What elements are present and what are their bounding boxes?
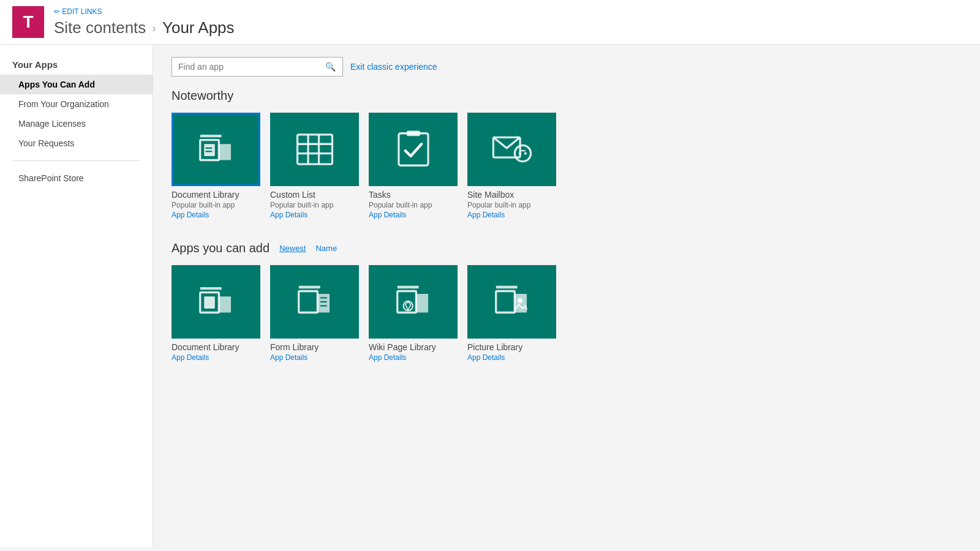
app-tile[interactable] bbox=[270, 265, 359, 339]
app-subtitle: Popular built-in app bbox=[172, 201, 260, 209]
breadcrumb-current: Your Apps bbox=[162, 18, 235, 37]
app-details-link[interactable]: App Details bbox=[172, 211, 260, 219]
noteworthy-app-card[interactable]: Custom List Popular built-in app App Det… bbox=[270, 113, 359, 219]
app-tile[interactable] bbox=[172, 113, 260, 186]
app-name: Tasks bbox=[369, 190, 458, 200]
sidebar-item-from-your-org[interactable]: From Your Organization bbox=[0, 94, 153, 114]
app-name: Site Mailbox bbox=[467, 190, 556, 200]
svg-rect-34 bbox=[514, 294, 527, 313]
app-card[interactable]: Wiki Page Library App Details bbox=[369, 265, 458, 362]
main-content: 🔍 Exit classic experience Noteworthy Doc… bbox=[153, 45, 980, 547]
breadcrumb: Site contents › Your Apps bbox=[54, 18, 235, 37]
svg-rect-23 bbox=[298, 291, 317, 313]
search-bar: 🔍 Exit classic experience bbox=[172, 57, 962, 77]
svg-point-16 bbox=[518, 152, 521, 154]
svg-rect-20 bbox=[204, 296, 215, 309]
search-input[interactable] bbox=[172, 58, 319, 76]
svg-rect-18 bbox=[200, 287, 221, 290]
app-card[interactable]: Document Library App Details bbox=[172, 265, 260, 362]
svg-rect-6 bbox=[297, 135, 332, 164]
app-tile[interactable] bbox=[172, 265, 260, 339]
svg-rect-0 bbox=[200, 135, 221, 137]
search-button[interactable]: 🔍 bbox=[319, 58, 342, 76]
breadcrumb-separator: › bbox=[152, 21, 156, 35]
svg-rect-30 bbox=[416, 294, 428, 313]
svg-rect-32 bbox=[496, 286, 517, 288]
svg-point-35 bbox=[517, 298, 522, 303]
app-subtitle: Popular built-in app bbox=[369, 201, 458, 209]
app-tile[interactable] bbox=[369, 113, 458, 186]
noteworthy-grid: Document Library Popular built-in app Ap… bbox=[172, 113, 962, 219]
app-card[interactable]: Form Library App Details bbox=[270, 265, 359, 362]
exit-classic-link[interactable]: Exit classic experience bbox=[350, 62, 437, 72]
sort-newest[interactable]: Newest bbox=[279, 244, 306, 253]
apps-you-can-add-header: Apps you can add Newest Name bbox=[172, 241, 962, 255]
noteworthy-app-card[interactable]: Document Library Popular built-in app Ap… bbox=[172, 113, 260, 219]
app-tile[interactable] bbox=[467, 265, 556, 339]
sidebar-item-sharepoint-store[interactable]: SharePoint Store bbox=[0, 168, 153, 188]
app-tile[interactable] bbox=[270, 113, 359, 186]
breadcrumb-parent[interactable]: Site contents bbox=[54, 18, 146, 37]
layout: Your Apps Apps You Can Add From Your Org… bbox=[0, 45, 980, 547]
apps-you-can-add-grid: Document Library App Details Form Librar… bbox=[172, 265, 962, 362]
svg-point-14 bbox=[514, 145, 530, 161]
sidebar-divider bbox=[12, 160, 140, 161]
svg-rect-33 bbox=[496, 291, 514, 313]
app-tile[interactable] bbox=[369, 265, 458, 339]
app-name: Picture Library bbox=[467, 342, 556, 352]
app-details-link[interactable]: App Details bbox=[467, 353, 556, 362]
svg-rect-22 bbox=[298, 286, 320, 288]
noteworthy-app-card[interactable]: Site Mailbox Popular built-in app App De… bbox=[467, 113, 556, 219]
app-name: Document Library bbox=[172, 342, 260, 352]
sidebar-item-your-apps[interactable]: Your Apps bbox=[0, 54, 153, 75]
sidebar: Your Apps Apps You Can Add From Your Org… bbox=[0, 45, 153, 547]
app-details-link[interactable]: App Details bbox=[467, 211, 556, 219]
app-subtitle: Popular built-in app bbox=[467, 201, 556, 209]
app-name: Document Library bbox=[172, 190, 260, 200]
svg-rect-21 bbox=[219, 296, 231, 312]
app-subtitle: Popular built-in app bbox=[270, 201, 359, 209]
app-name: Form Library bbox=[270, 342, 359, 352]
app-details-link[interactable]: App Details bbox=[369, 353, 458, 362]
svg-rect-3 bbox=[219, 144, 231, 160]
sort-name[interactable]: Name bbox=[315, 244, 337, 253]
noteworthy-section-title: Noteworthy bbox=[172, 89, 962, 103]
sidebar-item-apps-you-can-add[interactable]: Apps You Can Add bbox=[0, 75, 153, 94]
svg-rect-2 bbox=[204, 144, 215, 156]
search-input-wrap: 🔍 bbox=[172, 57, 343, 77]
header-top: ✏ EDIT LINKS Site contents › Your Apps bbox=[54, 7, 235, 37]
app-icon: T bbox=[12, 6, 44, 38]
edit-links[interactable]: ✏ EDIT LINKS bbox=[54, 7, 235, 16]
app-name: Wiki Page Library bbox=[369, 342, 458, 352]
svg-rect-28 bbox=[397, 286, 418, 288]
svg-point-17 bbox=[524, 152, 526, 154]
app-details-link[interactable]: App Details bbox=[270, 211, 359, 219]
apps-you-can-add-title: Apps you can add bbox=[172, 241, 270, 255]
sidebar-item-your-requests[interactable]: Your Requests bbox=[0, 133, 153, 153]
svg-rect-11 bbox=[398, 133, 428, 166]
app-name: Custom List bbox=[270, 190, 359, 200]
app-details-link[interactable]: App Details bbox=[172, 353, 260, 362]
svg-rect-24 bbox=[317, 294, 330, 313]
app-tile[interactable] bbox=[467, 113, 556, 186]
top-bar: T ✏ EDIT LINKS Site contents › Your Apps bbox=[0, 0, 980, 45]
sidebar-item-manage-licenses[interactable]: Manage Licenses bbox=[0, 114, 153, 133]
svg-rect-12 bbox=[407, 130, 420, 136]
app-details-link[interactable]: App Details bbox=[369, 211, 458, 219]
app-card[interactable]: Picture Library App Details bbox=[467, 265, 556, 362]
app-details-link[interactable]: App Details bbox=[270, 353, 359, 362]
noteworthy-app-card[interactable]: Tasks Popular built-in app App Details bbox=[369, 113, 458, 219]
